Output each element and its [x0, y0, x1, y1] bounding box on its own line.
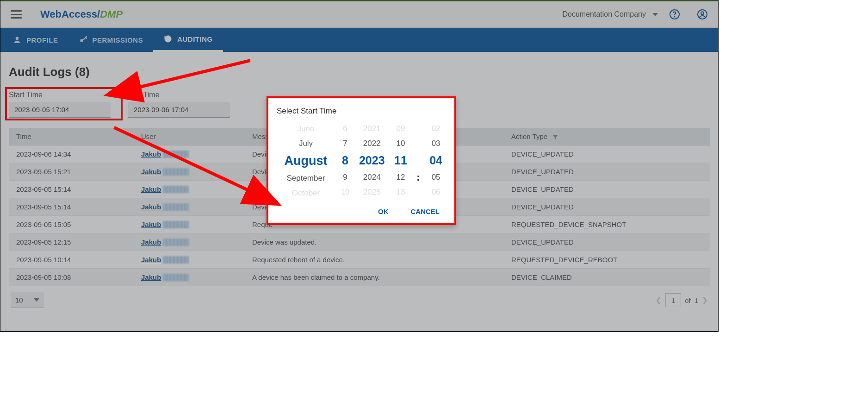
- user-link[interactable]: Jakub: [141, 150, 161, 158]
- cell-user: Jakub: [134, 181, 245, 198]
- redacted: [163, 151, 189, 158]
- tab-label: PROFILE: [26, 36, 58, 44]
- company-switcher[interactable]: Documentation Company: [562, 10, 658, 19]
- page-title: Audit Logs (8): [9, 65, 710, 79]
- cell-user: Jakub: [134, 251, 245, 269]
- start-time-label: Start Time: [9, 91, 120, 99]
- hour-wheel[interactable]: 09 10 11 12 13: [394, 124, 407, 198]
- svg-point-4: [16, 37, 19, 40]
- end-time-field: End Time: [128, 91, 239, 118]
- history-icon: [163, 34, 173, 44]
- help-icon: [669, 9, 680, 20]
- cell-time: 2023-09-05 15:14: [9, 181, 134, 198]
- cell-user: Jakub: [134, 198, 245, 216]
- logo-dmp: DMP: [100, 8, 123, 20]
- user-link[interactable]: Jakub: [141, 168, 161, 176]
- col-action[interactable]: Action Type: [504, 128, 710, 145]
- redacted: [163, 186, 189, 193]
- cell-time: 2023-09-05 15:14: [9, 198, 134, 216]
- tab-profile[interactable]: PROFILE: [2, 28, 68, 52]
- tab-label: AUDITING: [177, 35, 213, 43]
- ok-button[interactable]: OK: [375, 207, 391, 216]
- cell-action: DEVICE_UPDATED: [504, 181, 710, 198]
- datetime-picker: June July August September October 6 7 8…: [276, 124, 447, 198]
- cell-message: Requested reboot of a device.: [245, 251, 504, 269]
- cell-user: Jakub: [134, 269, 245, 286]
- dialog-title: Select Start Time: [277, 107, 447, 116]
- end-time-label: End Time: [128, 91, 239, 99]
- page-size-value: 10: [15, 296, 23, 304]
- cell-time: 2023-09-05 12:15: [9, 233, 134, 251]
- end-time-input[interactable]: [128, 102, 230, 118]
- of-label: of: [685, 296, 691, 304]
- cell-time: 2023-09-05 15:21: [9, 163, 134, 181]
- user-link[interactable]: Jakub: [141, 203, 161, 211]
- company-name: Documentation Company: [562, 10, 646, 19]
- cell-action: REQUESTED_DEVICE_SNAPSHOT: [504, 216, 710, 233]
- grid-footer: 10 ❮ 1 of 1 ❯: [9, 286, 710, 309]
- cell-time: 2023-09-05 15:05: [9, 216, 134, 233]
- prev-page-button[interactable]: ❮: [656, 296, 662, 304]
- user-link[interactable]: Jakub: [141, 185, 161, 193]
- user-link[interactable]: Jakub: [141, 238, 161, 246]
- cell-action: REQUESTED_DEVICE_REBOOT: [504, 251, 710, 269]
- logo: WebAccess/DMP: [40, 8, 123, 20]
- month-wheel[interactable]: June July August September October: [280, 124, 331, 198]
- chevron-down-icon: [34, 298, 39, 302]
- svg-point-5: [80, 39, 83, 42]
- tab-auditing[interactable]: AUDITING: [153, 28, 223, 52]
- cell-user: Jakub: [134, 233, 245, 251]
- appbar: WebAccess/DMP Documentation Company: [0, 1, 718, 28]
- cell-time: 2023-09-05 10:08: [9, 269, 134, 286]
- account-button[interactable]: [696, 8, 709, 21]
- cancel-button[interactable]: CANCEL: [408, 207, 443, 216]
- user-link[interactable]: Jakub: [141, 256, 161, 264]
- key-icon: [79, 35, 88, 44]
- redacted: [163, 203, 189, 211]
- redacted: [163, 239, 189, 246]
- table-row: 2023-09-05 10:08JakubA device has been c…: [9, 269, 710, 286]
- cell-message: Device was updated.: [245, 233, 504, 251]
- next-page-button[interactable]: ❯: [702, 296, 708, 304]
- chevron-down-icon: [652, 13, 658, 16]
- user-link[interactable]: Jakub: [141, 221, 161, 228]
- filter-icon: [552, 134, 558, 140]
- cell-action: DEVICE_UPDATED: [504, 145, 710, 163]
- menu-icon[interactable]: [11, 10, 22, 19]
- table-row: 2023-09-05 12:15JakubDevice was updated.…: [9, 233, 710, 251]
- year-wheel[interactable]: 2021 2022 2023 2024 2025: [359, 124, 385, 198]
- cell-user: Jakub: [134, 163, 245, 181]
- table-row: 2023-09-05 10:14JakubRequested reboot of…: [9, 251, 710, 269]
- cell-message: A device has been claimed to a company.: [245, 269, 504, 286]
- page-size-select[interactable]: 10: [11, 292, 44, 308]
- cell-time: 2023-09-06 14:34: [9, 145, 134, 163]
- minute-wheel[interactable]: 02 03 04 05 06: [429, 124, 442, 198]
- cell-action: DEVICE_UPDATED: [504, 163, 710, 181]
- redacted: [163, 221, 189, 228]
- cell-user: Jakub: [134, 145, 245, 163]
- svg-point-1: [674, 16, 675, 17]
- redacted: [163, 168, 189, 176]
- cell-action: DEVICE_UPDATED: [504, 233, 710, 251]
- start-time-field: Start Time: [9, 91, 120, 118]
- cell-user: Jakub: [134, 216, 245, 233]
- cell-action: DEVICE_CLAIMED: [504, 269, 710, 286]
- time-colon: :: [416, 171, 420, 183]
- total-pages: 1: [694, 296, 698, 304]
- cell-time: 2023-09-05 10:14: [9, 251, 134, 269]
- account-icon: [697, 9, 708, 20]
- col-time[interactable]: Time: [9, 128, 134, 145]
- start-time-input[interactable]: [9, 102, 111, 118]
- svg-point-3: [701, 12, 704, 15]
- subnav: PROFILE PERMISSIONS AUDITING: [0, 28, 718, 52]
- tab-permissions[interactable]: PERMISSIONS: [68, 28, 154, 52]
- logo-wa: WebAccess/: [40, 8, 100, 20]
- cell-action: DEVICE_UPDATED: [504, 198, 710, 216]
- start-time-dialog: Select Start Time June July August Septe…: [267, 96, 456, 225]
- help-button[interactable]: [668, 8, 681, 21]
- user-link[interactable]: Jakub: [141, 273, 161, 281]
- page-input[interactable]: 1: [665, 293, 681, 307]
- day-wheel[interactable]: 6 7 8 9 10: [341, 124, 350, 198]
- redacted: [163, 274, 189, 281]
- col-user[interactable]: User: [134, 128, 245, 145]
